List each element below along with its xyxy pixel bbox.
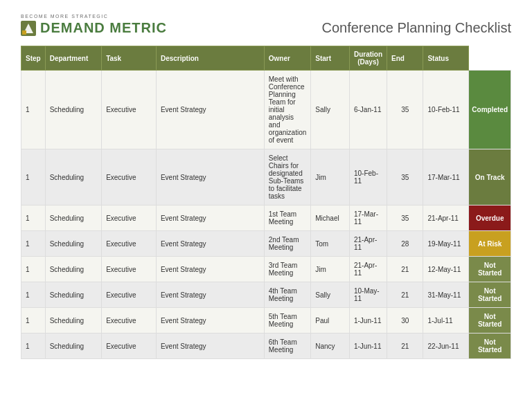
cell-start: 6-Jan-11: [349, 71, 387, 149]
logo-area: Become More Strategic DEMAND METRIC: [21, 14, 167, 36]
col-header-dept: Department: [45, 46, 101, 71]
svg-rect-2: [22, 30, 26, 35]
cell-description: Meet with Conference Planning Team for i…: [264, 71, 310, 149]
cell-description: 6th Team Meeting: [264, 334, 310, 359]
cell-status: At Risk: [469, 231, 511, 257]
cell-task: Event Strategy: [156, 282, 264, 308]
cell-duration: 35: [387, 149, 423, 206]
cell-department: Scheduling: [45, 231, 101, 257]
cell-end: 17-Mar-11: [423, 149, 469, 206]
cell-end: 12-May-11: [423, 257, 469, 282]
col-header-duration: Duration (Days): [349, 46, 387, 71]
table-header-row: Step Department Task Description Owner S…: [21, 46, 511, 71]
cell-end: 31-May-11: [423, 282, 469, 308]
cell-description: 2nd Team Meeting: [264, 231, 310, 257]
cell-task: Event Strategy: [156, 231, 264, 257]
col-header-status: Status: [423, 46, 469, 71]
cell-duration: 35: [387, 71, 423, 149]
cell-duration: 21: [387, 334, 423, 359]
cell-step: 1: [21, 71, 46, 149]
cell-department: Scheduling: [45, 334, 101, 359]
cell-task-dept: Executive: [102, 308, 157, 334]
cell-start: 10-Feb-11: [349, 149, 387, 206]
cell-owner: Jim: [311, 149, 350, 206]
table-row: 1SchedulingExecutiveEvent Strategy6th Te…: [21, 334, 511, 359]
cell-task-dept: Executive: [102, 334, 157, 359]
cell-step: 1: [21, 334, 46, 359]
table-row: 1SchedulingExecutiveEvent Strategy3rd Te…: [21, 257, 511, 282]
cell-step: 1: [21, 282, 46, 308]
logo-text: DEMAND METRIC: [40, 20, 167, 36]
cell-duration: 21: [387, 282, 423, 308]
cell-owner: Tom: [311, 231, 350, 257]
cell-step: 1: [21, 308, 46, 334]
cell-status: Not Started: [469, 308, 511, 334]
cell-duration: 28: [387, 231, 423, 257]
col-header-start: Start: [311, 46, 350, 71]
cell-owner: Nancy: [311, 334, 350, 359]
cell-duration: 30: [387, 308, 423, 334]
col-header-task: Task: [102, 46, 157, 71]
cell-status: On Track: [469, 149, 511, 206]
cell-department: Scheduling: [45, 149, 101, 206]
cell-description: 3rd Team Meeting: [264, 257, 310, 282]
header: Become More Strategic DEMAND METRIC Conf…: [21, 14, 511, 36]
cell-start: 17-Mar-11: [349, 206, 387, 231]
cell-step: 1: [21, 206, 46, 231]
table-row: 1SchedulingExecutiveEvent StrategyMeet w…: [21, 71, 511, 149]
cell-department: Scheduling: [45, 206, 101, 231]
col-header-owner: Owner: [264, 46, 310, 71]
cell-end: 1-Jul-11: [423, 308, 469, 334]
cell-task: Event Strategy: [156, 206, 264, 231]
cell-task-dept: Executive: [102, 149, 157, 206]
cell-owner: Sally: [311, 71, 350, 149]
cell-end: 19-May-11: [423, 231, 469, 257]
logo-main: DEMAND METRIC: [21, 20, 167, 36]
col-header-description: Description: [156, 46, 264, 71]
cell-owner: Sally: [311, 282, 350, 308]
cell-description: 1st Team Meeting: [264, 206, 310, 231]
cell-owner: Michael: [311, 206, 350, 231]
table-row: 1SchedulingExecutiveEvent StrategySelect…: [21, 149, 511, 206]
table-row: 1SchedulingExecutiveEvent Strategy2nd Te…: [21, 231, 511, 257]
cell-end: 22-Jun-11: [423, 334, 469, 359]
cell-duration: 35: [387, 206, 423, 231]
cell-status: Completed: [469, 71, 511, 149]
cell-owner: Jim: [311, 257, 350, 282]
cell-description: Select Chairs for designated Sub-Teams t…: [264, 149, 310, 206]
cell-department: Scheduling: [45, 71, 101, 149]
cell-start: 1-Jun-11: [349, 308, 387, 334]
cell-task: Event Strategy: [156, 71, 264, 149]
cell-department: Scheduling: [45, 257, 101, 282]
cell-task-dept: Executive: [102, 282, 157, 308]
cell-end: 10-Feb-11: [423, 71, 469, 149]
cell-department: Scheduling: [45, 308, 101, 334]
cell-end: 21-Apr-11: [423, 206, 469, 231]
cell-description: 4th Team Meeting: [264, 282, 310, 308]
cell-start: 1-Jun-11: [349, 334, 387, 359]
cell-status: Not Started: [469, 282, 511, 308]
cell-status: Not Started: [469, 257, 511, 282]
cell-task-dept: Executive: [102, 231, 157, 257]
cell-status: Not Started: [469, 334, 511, 359]
checklist-table: Step Department Task Description Owner S…: [21, 46, 511, 359]
cell-task-dept: Executive: [102, 71, 157, 149]
cell-duration: 21: [387, 257, 423, 282]
cell-description: 5th Team Meeting: [264, 308, 310, 334]
col-header-step: Step: [21, 46, 46, 71]
cell-task: Event Strategy: [156, 308, 264, 334]
cell-start: 21-Apr-11: [349, 257, 387, 282]
demand-metric-logo-icon: [21, 21, 36, 36]
table-row: 1SchedulingExecutiveEvent Strategy5th Te…: [21, 308, 511, 334]
cell-step: 1: [21, 149, 46, 206]
cell-task: Event Strategy: [156, 257, 264, 282]
cell-start: 10-May-11: [349, 282, 387, 308]
cell-task: Event Strategy: [156, 149, 264, 206]
cell-department: Scheduling: [45, 282, 101, 308]
logo-tagline: Become More Strategic: [21, 14, 108, 19]
page-title: Conference Planning Checklist: [322, 20, 512, 36]
cell-step: 1: [21, 231, 46, 257]
cell-task: Event Strategy: [156, 334, 264, 359]
table-row: 1SchedulingExecutiveEvent Strategy4th Te…: [21, 282, 511, 308]
table-row: 1SchedulingExecutiveEvent Strategy1st Te…: [21, 206, 511, 231]
